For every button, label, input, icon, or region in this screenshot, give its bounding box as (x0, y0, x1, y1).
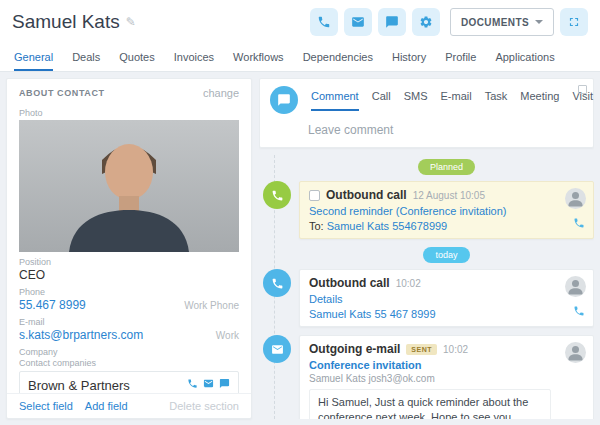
change-link[interactable]: change (203, 87, 239, 99)
tab-profile[interactable]: Profile (445, 44, 476, 71)
email-value[interactable]: s.kats@brpartners.com (19, 328, 143, 342)
position-label: Position (7, 252, 251, 268)
tab-deals[interactable]: Deals (72, 44, 100, 71)
company-actions (187, 378, 230, 389)
avatar (565, 276, 586, 297)
phone-icon[interactable] (187, 378, 198, 389)
contact-tabs: General Deals Quotes Invoices Workflows … (0, 44, 600, 72)
expand-icon (567, 15, 581, 29)
item-subject-link[interactable]: Second reminder (Conference invitation) (309, 205, 551, 217)
email-sender: Samuel Kats josh3@ok.com (309, 373, 551, 384)
item-title: Outbound call (309, 276, 390, 290)
activity-tab-task[interactable]: Task (485, 90, 508, 111)
call-action-icon[interactable] (573, 215, 585, 233)
tab-history[interactable]: History (392, 44, 426, 71)
call-action-icon[interactable] (573, 303, 585, 321)
item-title: Outgoing e-mail (309, 342, 400, 356)
item-datetime: 12 August 10:05 (413, 190, 485, 201)
contact-photo (19, 120, 239, 252)
tab-workflows[interactable]: Workflows (233, 44, 284, 71)
settings-button[interactable] (412, 8, 440, 36)
section-title: ABOUT CONTACT (19, 88, 105, 98)
tab-dependencies[interactable]: Dependencies (303, 44, 373, 71)
company-label: Company (7, 342, 251, 358)
item-time: 10:02 (443, 344, 468, 355)
item-time: 10:02 (396, 278, 421, 289)
phone-type-label: Work Phone (184, 300, 239, 311)
today-badge: today (423, 247, 469, 263)
tab-general[interactable]: General (14, 44, 53, 71)
activity-composer-card: Comment Call SMS E-mail Task Meeting Vis… (259, 78, 594, 148)
timeline-item-planned-call: Outbound call 12 August 10:05 Second rem… (261, 181, 594, 239)
gear-icon (419, 15, 433, 29)
company-sublabel: Contact companies (7, 358, 251, 368)
delete-section-link[interactable]: Delete section (169, 400, 239, 412)
documents-button-label: DOCUMENTS (461, 17, 529, 28)
about-contact-card: ABOUT CONTACT change Photo (6, 78, 252, 419)
planned-badge: Planned (418, 159, 475, 175)
tab-quotes[interactable]: Quotes (119, 44, 154, 71)
photo-label: Photo (7, 103, 251, 119)
position-value: CEO (19, 268, 45, 282)
planned-call-card[interactable]: Outbound call 12 August 10:05 Second rem… (299, 181, 594, 239)
email-type-label: Work (216, 330, 239, 341)
envelope-icon (263, 335, 291, 363)
company-card[interactable]: Brown & Partners client, information tec… (19, 371, 239, 393)
details-link[interactable]: Details (309, 293, 551, 305)
contact-photo-image (19, 120, 239, 252)
chat-button[interactable] (378, 8, 406, 36)
comment-bubble-icon (270, 86, 298, 114)
sent-status-badge: SENT (406, 344, 437, 355)
activity-tab-call[interactable]: Call (372, 90, 391, 111)
comment-input[interactable] (308, 123, 583, 137)
email-button[interactable] (344, 8, 372, 36)
expand-composer-icon[interactable] (578, 85, 587, 94)
comment-input-row (260, 114, 593, 147)
add-field-link[interactable]: Add field (85, 400, 128, 412)
timeline-item-email: Outgoing e-mail SENT 10:02 Conference in… (261, 335, 594, 419)
to-contact-link[interactable]: Samuel Kats 554678999 (327, 220, 447, 232)
activity-tab-sms[interactable]: SMS (404, 90, 428, 111)
avatar (565, 188, 586, 209)
chevron-down-icon (535, 20, 543, 24)
chat-icon (385, 15, 399, 29)
phone-icon (263, 269, 291, 297)
to-label: To: (309, 220, 324, 232)
contact-name-title: Samuel Kats (12, 11, 120, 33)
chat-icon[interactable] (219, 378, 230, 389)
activity-tabs: Comment Call SMS E-mail Task Meeting Vis… (260, 79, 593, 114)
timeline-stream: Planned Outbound call 12 August 10:05 Se… (259, 155, 594, 419)
about-contact-header: ABOUT CONTACT change (7, 79, 251, 103)
complete-checkbox[interactable] (309, 190, 320, 201)
page-header: Samuel Kats ✎ DOCUMENTS (0, 0, 600, 44)
email-body-text: Hi Samuel, Just a quick reminder about t… (318, 396, 528, 419)
about-contact-footer: Select field Add field Delete section (7, 393, 251, 418)
phone-icon (263, 181, 291, 209)
email-card[interactable]: Outgoing e-mail SENT 10:02 Conference in… (299, 335, 594, 419)
activity-tab-meeting[interactable]: Meeting (520, 90, 559, 111)
call-card[interactable]: Outbound call 10:02 Details Samuel Kats … (299, 269, 594, 327)
call-button[interactable] (310, 8, 338, 36)
email-subject-link[interactable]: Conference invitation (309, 359, 551, 371)
item-title: Outbound call (326, 188, 407, 202)
about-contact-body: ABOUT CONTACT change Photo (7, 79, 251, 393)
email-body-preview: Hi Samuel, Just a quick reminder about t… (309, 389, 551, 419)
envelope-icon (351, 15, 365, 29)
phone-value[interactable]: 55.467 8999 (19, 298, 86, 312)
tab-invoices[interactable]: Invoices (174, 44, 214, 71)
tab-applications[interactable]: Applications (495, 44, 554, 71)
activity-tab-comment[interactable]: Comment (311, 90, 359, 111)
envelope-icon[interactable] (203, 378, 214, 389)
content-area: ABOUT CONTACT change Photo (0, 72, 600, 425)
contact-link[interactable]: Samuel Kats 55 467 8999 (309, 308, 551, 320)
edit-name-icon[interactable]: ✎ (126, 15, 136, 29)
activity-tab-email[interactable]: E-mail (440, 90, 471, 111)
timeline-column: Comment Call SMS E-mail Task Meeting Vis… (259, 78, 594, 419)
crm-contact-page: Samuel Kats ✎ DOCUMENTS General Deals Qu… (0, 0, 600, 425)
timeline-item-call: Outbound call 10:02 Details Samuel Kats … (261, 269, 594, 327)
phone-label: Phone (7, 282, 251, 298)
avatar (565, 342, 586, 363)
documents-button[interactable]: DOCUMENTS (450, 8, 554, 36)
fullscreen-button[interactable] (560, 8, 588, 36)
select-field-link[interactable]: Select field (19, 400, 73, 412)
